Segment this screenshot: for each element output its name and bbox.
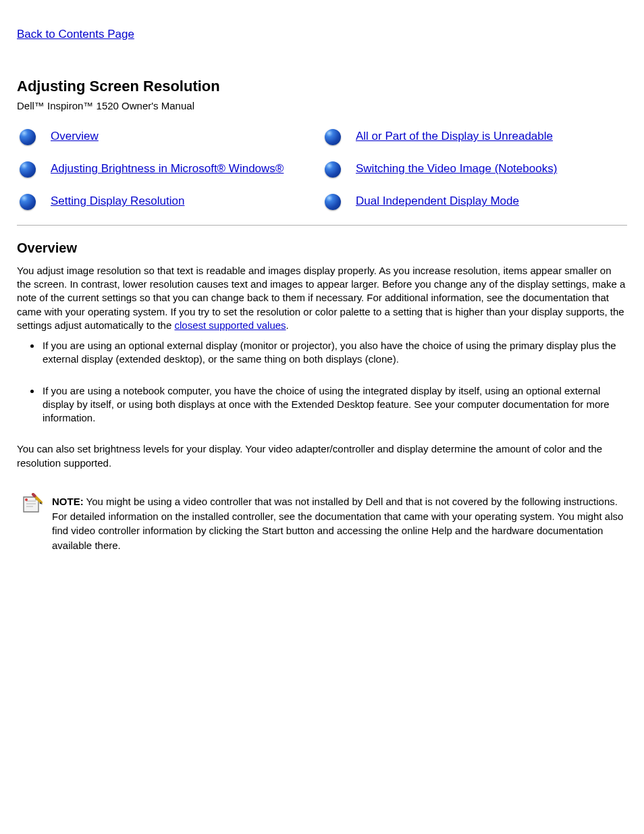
- bullet-icon: [325, 194, 341, 210]
- note-prefix: NOTE:: [52, 496, 84, 507]
- toc-link[interactable]: Switching the Video Image (Notebooks): [356, 161, 557, 177]
- list-item: If you are using a notebook computer, yo…: [41, 384, 627, 425]
- overview-list: If you are using an optional external di…: [17, 339, 627, 425]
- toc-link[interactable]: Adjusting Brightness in Microsoft® Windo…: [51, 161, 284, 177]
- toc-link-resolution: Setting Display Resolution: [17, 194, 322, 210]
- toc-link-switching: Switching the Video Image (Notebooks): [322, 161, 627, 178]
- toc-links-grid: Overview All or Part of the Display is U…: [17, 129, 627, 210]
- note-text: NOTE: You might be using a video control…: [52, 493, 627, 553]
- closing-paragraph: You can also set brightness levels for y…: [17, 442, 627, 470]
- intro-text-before: You adjust image resolution so that text…: [17, 265, 625, 331]
- toc-link-brightness: Adjusting Brightness in Microsoft® Windo…: [17, 161, 322, 178]
- bullet-icon: [325, 161, 341, 178]
- toc-link-overview: Overview: [17, 129, 322, 145]
- toc-link[interactable]: Overview: [51, 129, 99, 145]
- list-item: If you are using an optional external di…: [41, 339, 627, 367]
- intro-paragraph: You adjust image resolution so that text…: [17, 264, 627, 332]
- note-body: You might be using a video controller th…: [52, 496, 623, 551]
- toc-link-dual-display: Dual Independent Display Mode: [322, 194, 627, 210]
- note-block: NOTE: You might be using a video control…: [17, 493, 627, 553]
- toc-link[interactable]: Dual Independent Display Mode: [356, 194, 519, 209]
- bullet-icon: [325, 129, 341, 145]
- toc-link[interactable]: Setting Display Resolution: [51, 194, 184, 209]
- bullet-icon: [20, 129, 36, 145]
- back-link[interactable]: Back to Contents Page: [17, 28, 134, 41]
- bullet-icon: [20, 194, 36, 210]
- page-title: Adjusting Screen Resolution: [17, 76, 627, 97]
- intro-text-after: .: [286, 319, 289, 331]
- toc-link-unreadable: All or Part of the Display is Unreadable: [322, 129, 627, 145]
- section-heading-overview: Overview: [17, 239, 627, 257]
- svg-line-7: [33, 494, 35, 496]
- toc-link[interactable]: All or Part of the Display is Unreadable: [356, 129, 553, 145]
- svg-point-5: [25, 498, 28, 501]
- manual-subtitle: Dell™ Inspiron™ 1520 Owner's Manual: [17, 99, 627, 113]
- closest-supported-values-link[interactable]: closest supported values: [174, 319, 286, 331]
- bullet-icon: [20, 161, 36, 178]
- note-icon: [21, 493, 43, 515]
- divider: [17, 225, 627, 226]
